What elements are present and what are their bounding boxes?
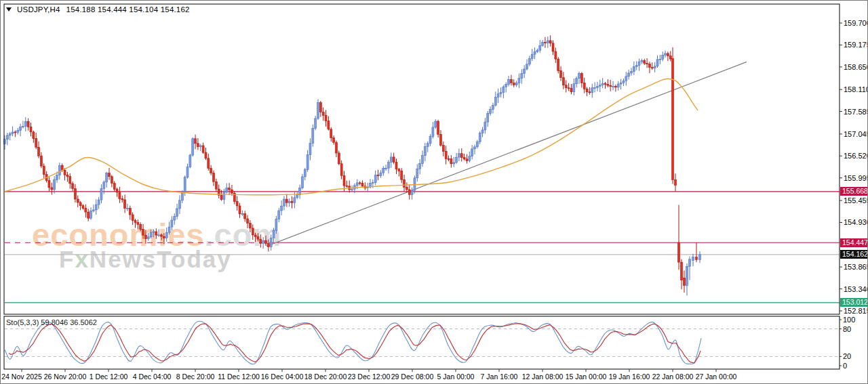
stochastic-indicator-label: Sto(5,3,3) 59.8046 36.5062 (6, 318, 97, 326)
chart-title: USDJPY,H4 154.188 154.444 154.104 154.16… (6, 5, 190, 14)
symbol-timeframe-label: USDJPY,H4 (17, 5, 60, 14)
ohlc-values-label: 154.188 154.444 154.104 154.162 (66, 5, 190, 14)
symbol-dropdown-icon[interactable] (6, 7, 12, 12)
mt4-chart-window: economies.com FxNewsToday USDJPY,H4 154.… (0, 0, 868, 384)
price-chart-canvas[interactable] (1, 1, 868, 384)
